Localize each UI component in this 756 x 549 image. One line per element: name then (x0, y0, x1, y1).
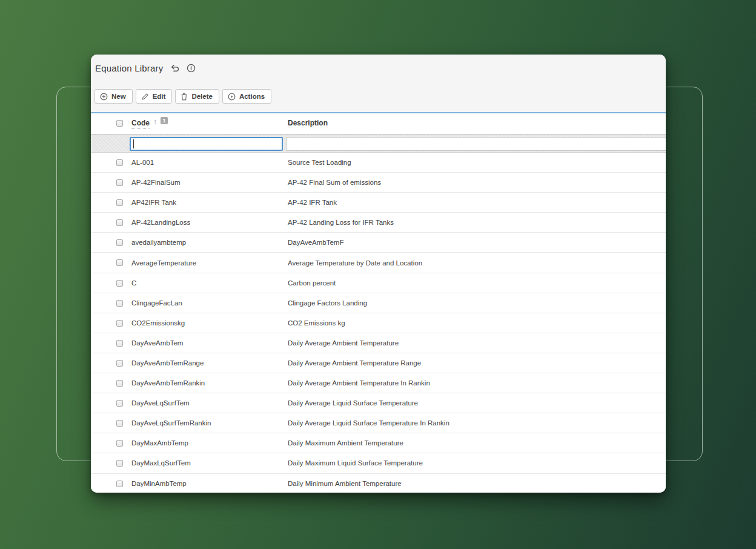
undo-arrow-icon[interactable] (170, 64, 180, 72)
code-header-label: Code (131, 119, 150, 129)
code-filter-input[interactable] (130, 137, 283, 151)
new-button[interactable]: New (94, 89, 133, 104)
code-cell: DayAveAmbTem (131, 339, 183, 347)
table-row[interactable]: CO2Emissionskg CO2 Emissions kg (91, 313, 666, 333)
code-cell: avedailyambtemp (131, 239, 186, 246)
page-title: Equation Library (95, 63, 163, 73)
code-cell: AP-42FinalSum (131, 179, 181, 186)
sort-asc-icon: ↑ (153, 118, 157, 126)
row-checkbox[interactable] (116, 460, 123, 467)
description-cell: DayAveAmbTemF (288, 239, 343, 246)
row-checkbox[interactable] (116, 280, 123, 287)
code-cell: DayMaxAmbTemp (131, 439, 188, 447)
table-row[interactable]: DayMaxLqSurfTem Daily Maximum Liquid Sur… (91, 453, 666, 473)
table-row[interactable]: AP-42FinalSum AP-42 Final Sum of emissio… (91, 173, 666, 193)
description-cell: Daily Average Liquid Surface Temperature… (288, 419, 449, 427)
filter-row (91, 135, 666, 153)
select-all-checkbox[interactable] (116, 120, 123, 127)
row-checkbox[interactable] (116, 159, 123, 166)
code-cell: DayAveAmbTemRange (131, 359, 204, 367)
code-cell: C (131, 279, 136, 287)
row-checkbox[interactable] (116, 360, 123, 367)
description-cell: Source Test Loading (288, 159, 351, 166)
code-cell: ClingageFacLan (131, 299, 182, 307)
table-row[interactable]: C Carbon percent (91, 273, 666, 293)
grid-header: Code ↑ 1 Description (91, 113, 666, 135)
dialog-titlebar: Equation Library (91, 55, 666, 112)
title-row: Equation Library (95, 60, 196, 76)
description-cell: Daily Average Ambient Temperature Range (288, 359, 421, 367)
description-cell: Daily Maximum Liquid Surface Temperature (288, 459, 423, 467)
code-cell: DayAveLqSurfTem (131, 399, 190, 407)
code-cell: AP-42LandingLoss (131, 219, 190, 226)
trash-icon (181, 93, 188, 101)
pencil-icon (141, 93, 149, 101)
description-cell: Daily Average Ambient Temperature In Ran… (288, 379, 430, 387)
table-row[interactable]: DayAveLqSurfTem Daily Average Liquid Sur… (91, 393, 666, 413)
description-header-label: Description (288, 119, 328, 127)
table-row[interactable]: DayAveLqSurfTemRankin Daily Average Liqu… (91, 413, 666, 433)
equation-library-dialog: Equation Library (91, 55, 666, 493)
code-cell: DayMaxLqSurfTem (131, 459, 191, 467)
plus-circle-icon (100, 93, 108, 101)
grid-body: AL-001 Source Test Loading AP-42FinalSum… (91, 153, 666, 493)
table-row[interactable]: AP-42LandingLoss AP-42 Landing Loss for … (91, 213, 666, 233)
table-row[interactable]: AverageTemperature Average Temperature b… (91, 253, 666, 273)
table-row[interactable]: DayAveAmbTem Daily Average Ambient Tempe… (91, 333, 666, 353)
text-caret (133, 139, 134, 148)
description-cell: Daily Minimum Ambient Temperature (288, 480, 402, 487)
info-icon[interactable] (187, 64, 196, 73)
row-checkbox[interactable] (116, 320, 123, 327)
description-cell: Clingage Factors Landing (288, 299, 367, 307)
row-checkbox[interactable] (116, 239, 123, 246)
column-header-description[interactable]: Description (288, 119, 328, 127)
table-row[interactable]: AL-001 Source Test Loading (91, 153, 666, 173)
table-row[interactable]: ClingageFacLan Clingage Factors Landing (91, 293, 666, 313)
delete-button[interactable]: Delete (175, 89, 219, 104)
code-cell: AverageTemperature (131, 259, 196, 267)
table-row[interactable]: DayMinAmbTemp Daily Minimum Ambient Temp… (91, 474, 666, 493)
sort-order-badge: 1 (161, 117, 168, 124)
row-checkbox[interactable] (116, 300, 123, 307)
row-checkbox[interactable] (116, 199, 123, 206)
delete-button-label: Delete (191, 93, 213, 100)
row-checkbox[interactable] (116, 179, 123, 186)
row-checkbox[interactable] (116, 259, 123, 266)
code-cell: DayAveLqSurfTemRankin (131, 419, 211, 427)
edit-button[interactable]: Edit (136, 89, 173, 104)
code-cell: CO2Emissionskg (131, 319, 185, 327)
description-cell: Average Temperature by Date and Location (288, 259, 422, 267)
actions-button[interactable]: Actions (222, 89, 271, 104)
toolbar: New Edit Delete (94, 89, 271, 104)
code-cell: AL-001 (131, 159, 154, 166)
actions-button-label: Actions (239, 93, 265, 100)
description-cell: AP-42 Landing Loss for IFR Tanks (288, 219, 394, 226)
edit-button-label: Edit (153, 93, 166, 100)
table-row[interactable]: DayAveAmbTemRankin Daily Average Ambient… (91, 373, 666, 393)
row-checkbox[interactable] (116, 380, 123, 387)
code-cell: AP42IFR Tank (131, 199, 176, 206)
description-cell: Daily Average Liquid Surface Temperature (288, 399, 418, 407)
description-cell: Carbon percent (288, 279, 336, 287)
code-cell: DayMinAmbTemp (131, 480, 187, 487)
row-checkbox[interactable] (116, 340, 123, 347)
play-circle-icon (228, 93, 236, 101)
description-filter-input[interactable] (286, 137, 666, 151)
table-row[interactable]: DayAveAmbTemRange Daily Average Ambient … (91, 353, 666, 373)
table-row[interactable]: avedailyambtemp DayAveAmbTemF (91, 233, 666, 253)
row-checkbox[interactable] (116, 440, 123, 447)
description-cell: AP-42 Final Sum of emissions (288, 179, 381, 186)
row-checkbox[interactable] (116, 481, 123, 487)
row-checkbox[interactable] (116, 219, 123, 226)
table-row[interactable]: AP42IFR Tank AP-42 IFR Tank (91, 193, 666, 213)
description-cell: Daily Maximum Ambient Temperature (288, 439, 403, 447)
code-cell: DayAveAmbTemRankin (131, 379, 205, 387)
table-row[interactable]: DayMaxAmbTemp Daily Maximum Ambient Temp… (91, 433, 666, 453)
column-header-code[interactable]: Code ↑ 1 (131, 119, 168, 129)
new-button-label: New (111, 93, 126, 100)
description-cell: Daily Average Ambient Temperature (288, 339, 399, 347)
row-checkbox[interactable] (116, 420, 123, 427)
description-cell: AP-42 IFR Tank (288, 199, 337, 206)
description-cell: CO2 Emissions kg (288, 319, 345, 327)
row-checkbox[interactable] (116, 400, 123, 407)
